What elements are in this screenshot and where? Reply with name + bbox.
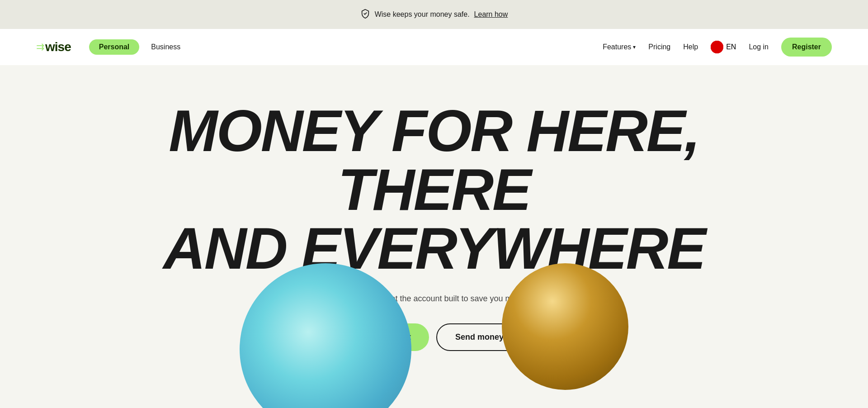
banner-link[interactable]: Learn how [474, 10, 508, 19]
register-button[interactable]: Register [781, 38, 832, 57]
banner-text: Wise keeps your money safe. [375, 10, 470, 19]
nav-features[interactable]: Features ▾ [603, 43, 636, 51]
hero-headline: MONEY FOR HERE, THERE AND EVERYWHERE [118, 101, 750, 278]
navbar-right: Features ▾ Pricing Help EN Log in Regist… [603, 38, 832, 57]
flag-icon [711, 41, 723, 53]
hero-buttons: Open an account Send money now [0, 323, 868, 351]
hero-subtext: 175 countries. 50 currencies. Get the ac… [0, 292, 868, 305]
navbar-left: ⇉ wise Personal Business [36, 39, 603, 55]
nav-pill-personal[interactable]: Personal [89, 39, 140, 55]
top-banner: Wise keeps your money safe. Learn how [0, 0, 868, 29]
logo-arrow: ⇉ [36, 41, 44, 53]
navbar: ⇉ wise Personal Business Features ▾ Pric… [0, 29, 868, 65]
shield-icon [360, 9, 370, 20]
nav-pills: Personal Business [89, 39, 191, 55]
language-selector[interactable]: EN [711, 41, 736, 53]
hero-section: MONEY FOR HERE, THERE AND EVERYWHERE 175… [0, 65, 868, 408]
nav-pricing[interactable]: Pricing [648, 43, 670, 51]
logo-text: wise [45, 40, 71, 54]
nav-help[interactable]: Help [683, 43, 698, 51]
nav-pill-business[interactable]: Business [141, 39, 190, 55]
send-money-button[interactable]: Send money now [436, 323, 541, 351]
login-button[interactable]: Log in [749, 43, 769, 51]
language-label: EN [726, 43, 736, 51]
open-account-button[interactable]: Open an account [327, 323, 429, 351]
chevron-down-icon: ▾ [633, 44, 636, 50]
logo[interactable]: ⇉ wise [36, 40, 71, 54]
